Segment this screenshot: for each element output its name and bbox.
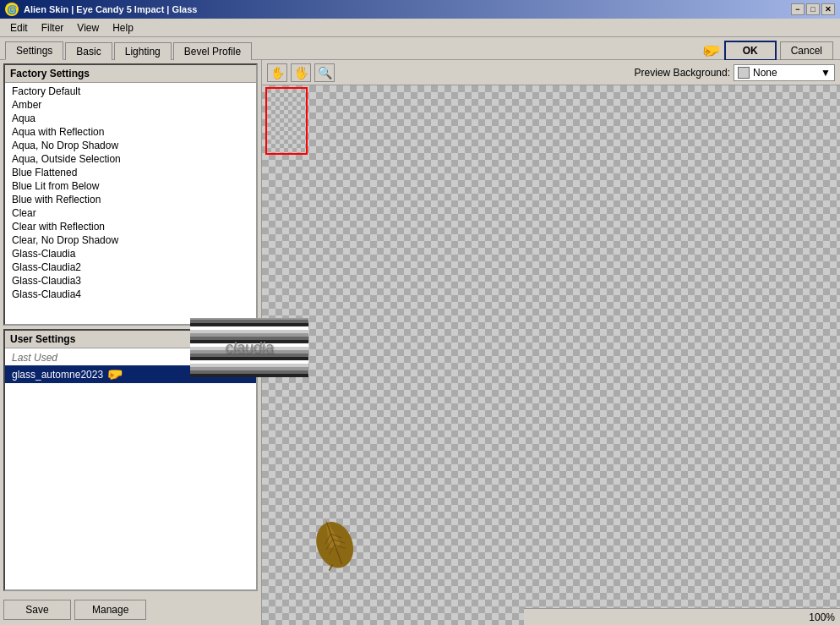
- dropdown-arrow-icon: ▼: [821, 67, 831, 79]
- list-item-aqua-no-drop[interactable]: Aqua, No Drop Shadow: [5, 139, 256, 152]
- leaf-container: [304, 513, 363, 574]
- preview-bg-swatch: [738, 67, 750, 79]
- striped-inner: claudia: [190, 318, 308, 377]
- list-item-amber[interactable]: Amber: [5, 98, 256, 112]
- zoom-in-button[interactable]: 🔍: [314, 63, 335, 82]
- factory-settings-list[interactable]: Factory Default Amber Aqua Aqua with Ref…: [5, 83, 256, 321]
- small-preview: [265, 87, 308, 155]
- preview-background-dropdown[interactable]: None ▼: [734, 64, 835, 81]
- tab-settings[interactable]: Settings: [5, 41, 63, 60]
- leaf-image: [304, 513, 363, 572]
- tab-bevel-profile[interactable]: Bevel Profile: [173, 42, 252, 60]
- pan-tool-button[interactable]: ✋: [267, 63, 287, 82]
- list-item-glass-claudia3[interactable]: Glass-Claudia3: [5, 274, 256, 288]
- list-item-blue-reflection[interactable]: Blue with Reflection: [5, 193, 256, 206]
- preview-background-label: Preview Background:: [635, 67, 730, 79]
- factory-settings-container: Factory Settings Factory Default Amber A…: [3, 63, 258, 326]
- list-item-blue-lit[interactable]: Blue Lit from Below: [5, 179, 256, 193]
- zoom-icon: 🖐: [294, 66, 308, 79]
- zoom-level: 100%: [809, 611, 835, 623]
- preview-toolbar: ✋ 🖐 🔍 Preview Background: None ▼: [262, 60, 840, 85]
- ok-cancel-area: 🤜 OK Cancel: [702, 41, 833, 61]
- window-title: Alien Skin | Eye Candy 5 Impact | Glass: [24, 4, 197, 14]
- striped-text: claudia: [225, 339, 273, 357]
- menu-filter[interactable]: Filter: [35, 20, 71, 36]
- zoom-in-icon: 🔍: [318, 66, 332, 79]
- save-button[interactable]: Save: [3, 600, 71, 620]
- sidebar-buttons: Save Manage: [0, 595, 261, 625]
- ok-hand-icon: 🤜: [702, 41, 721, 60]
- menu-view[interactable]: View: [70, 20, 106, 36]
- list-item-aqua-reflection[interactable]: Aqua with Reflection: [5, 125, 256, 139]
- preview-area: ✋ 🖐 🔍 Preview Background: None ▼: [262, 60, 840, 625]
- app-icon: 🌀: [5, 3, 19, 16]
- list-item-glass-claudia4[interactable]: Glass-Claudia4: [5, 288, 256, 301]
- factory-settings-header: Factory Settings: [5, 65, 256, 83]
- list-item-clear[interactable]: Clear: [5, 206, 256, 220]
- list-item-clear-no-drop[interactable]: Clear, No Drop Shadow: [5, 233, 256, 247]
- close-button[interactable]: ✕: [821, 3, 835, 15]
- sidebar: Factory Settings Factory Default Amber A…: [0, 60, 262, 625]
- manage-button[interactable]: Manage: [74, 600, 146, 620]
- title-bar: 🌀 Alien Skin | Eye Candy 5 Impact | Glas…: [0, 0, 840, 19]
- user-item-label: glass_automne2023: [12, 369, 103, 381]
- list-item-glass-claudia2[interactable]: Glass-Claudia2: [5, 260, 256, 274]
- cancel-button[interactable]: Cancel: [780, 41, 833, 60]
- list-item-clear-reflection[interactable]: Clear with Reflection: [5, 220, 256, 233]
- zoom-tool-button[interactable]: 🖐: [291, 63, 311, 82]
- tabs-row: Settings Basic Lighting Bevel Profile 🤜 …: [0, 37, 840, 59]
- menu-bar: Edit Filter View Help: [0, 19, 840, 37]
- list-item-factory-default[interactable]: Factory Default: [5, 85, 256, 98]
- minimize-button[interactable]: −: [791, 3, 805, 15]
- title-controls[interactable]: − □ ✕: [791, 3, 835, 15]
- list-item-aqua[interactable]: Aqua: [5, 112, 256, 125]
- list-item-glass-claudia[interactable]: Glass-Claudia: [5, 247, 256, 260]
- striped-preview: claudia: [190, 318, 308, 377]
- pan-icon: ✋: [270, 66, 285, 79]
- main-content: Settings Basic Lighting Bevel Profile 🤜 …: [0, 37, 840, 625]
- ok-button[interactable]: OK: [724, 41, 777, 61]
- user-item-hand-icon: 🤜: [106, 366, 123, 382]
- tab-lighting[interactable]: Lighting: [114, 42, 172, 60]
- panel-area: Factory Settings Factory Default Amber A…: [0, 59, 840, 625]
- maximize-button[interactable]: □: [806, 3, 820, 15]
- menu-help[interactable]: Help: [106, 20, 140, 36]
- menu-edit[interactable]: Edit: [3, 20, 35, 36]
- list-item-aqua-outside[interactable]: Aqua, Outside Selection: [5, 152, 256, 166]
- list-item-blue-flattened[interactable]: Blue Flattened: [5, 166, 256, 179]
- preview-bg-value: None: [753, 67, 777, 79]
- tab-basic[interactable]: Basic: [65, 42, 112, 60]
- status-bar: 100%: [524, 608, 840, 625]
